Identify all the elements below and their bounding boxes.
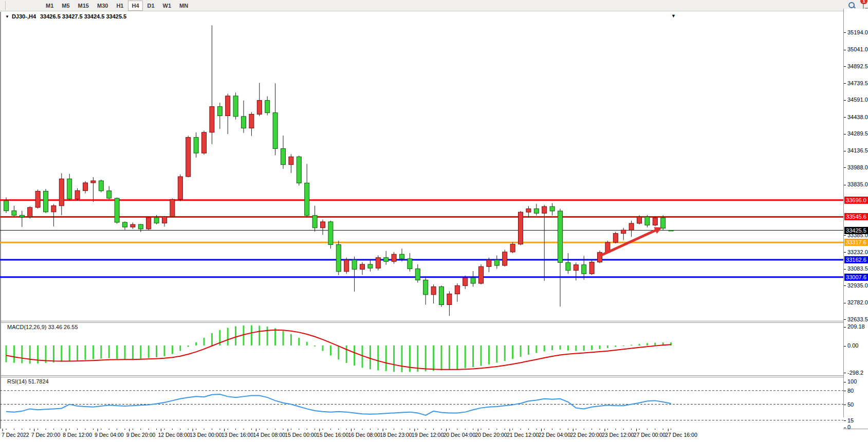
candle-body <box>312 216 317 228</box>
macd-histogram-bar <box>69 345 70 361</box>
timeframe-button-d1[interactable]: D1 <box>144 1 158 11</box>
timeframe-button-h4[interactable]: H4 <box>128 1 142 11</box>
candle-body <box>51 206 56 212</box>
timeframe-button-m30[interactable]: M30 <box>94 1 112 11</box>
candle <box>20 211 24 227</box>
candle-body <box>35 191 40 207</box>
candle <box>629 221 634 237</box>
macd-histogram-bar <box>13 345 15 363</box>
toolbar-separator <box>5 1 6 10</box>
candle <box>384 251 389 265</box>
timeframe-button-h1[interactable]: H1 <box>113 1 127 11</box>
pane-divider[interactable] <box>0 375 868 376</box>
candle <box>138 224 143 232</box>
macd-histogram-bar <box>235 326 236 345</box>
candle <box>534 204 539 216</box>
candle-body <box>20 215 24 217</box>
chart-shift-marker-icon[interactable]: ▼ <box>671 13 676 18</box>
candle <box>146 217 151 230</box>
price-badge: 33007.6 <box>844 274 868 281</box>
candle <box>479 264 484 284</box>
timeframe-button-m1[interactable]: M1 <box>42 1 57 11</box>
candle-body <box>321 222 325 228</box>
price-pane[interactable] <box>0 21 843 321</box>
candle-body <box>558 211 563 262</box>
time-label: 27 Dec 00:00 <box>634 432 666 438</box>
chevron-down-icon[interactable]: ▼ <box>5 14 9 19</box>
time-axis[interactable]: 7 Dec 20227 Dec 20:008 Dec 12:009 Dec 04… <box>0 429 843 442</box>
candle-body <box>4 201 9 211</box>
candle <box>265 97 270 116</box>
candle-body <box>107 191 112 198</box>
price-tick: 33988.0 <box>844 164 868 170</box>
candle <box>566 253 570 274</box>
candle <box>408 253 412 272</box>
candle <box>344 258 349 274</box>
macd-histogram-bar <box>560 345 561 350</box>
macd-histogram-bar <box>251 325 252 345</box>
candle-body <box>360 264 365 270</box>
candle-body <box>479 266 484 283</box>
candle-body <box>59 179 64 205</box>
price-badge: 33162.6 <box>844 256 868 263</box>
candle <box>392 252 396 264</box>
candle <box>107 186 112 200</box>
candle <box>51 204 56 226</box>
candle-body <box>281 148 286 164</box>
candle-body <box>28 207 32 217</box>
chart-ohlc-values: 33426.5 33427.5 33424.5 33425.5 <box>40 13 126 20</box>
candle-body <box>439 287 444 305</box>
candle-body <box>645 217 650 225</box>
time-label: 9 Dec 04:00 <box>95 432 124 438</box>
macd-pane[interactable] <box>0 322 843 375</box>
time-label: 22 Dec 20:00 <box>570 432 602 438</box>
timeframe-button-w1[interactable]: W1 <box>159 1 175 11</box>
candle-body <box>368 264 373 268</box>
rsi-pane[interactable] <box>0 377 843 429</box>
macd-histogram-bar <box>441 345 442 370</box>
macd-histogram-bar <box>29 345 31 363</box>
candle-body <box>249 114 254 128</box>
timeframe-button-m15[interactable]: M15 <box>75 1 93 11</box>
candle <box>44 189 48 213</box>
candle-body <box>669 230 673 231</box>
macd-histogram-bar <box>338 345 339 359</box>
pane-divider[interactable] <box>0 321 868 321</box>
macd-histogram-bar <box>346 345 347 363</box>
candle <box>598 251 602 263</box>
candle <box>99 180 103 193</box>
candle-body <box>423 280 428 294</box>
candle <box>415 264 420 283</box>
candle <box>242 101 246 133</box>
macd-histogram-bar <box>481 345 482 366</box>
candle <box>423 277 428 305</box>
price-scale[interactable]: 35194.035041.034892.534739.534591.034438… <box>843 9 868 417</box>
candle-body <box>487 260 491 266</box>
candle-body <box>629 223 634 230</box>
price-tick: 33835.0 <box>844 181 868 187</box>
macd-histogram-bar <box>456 345 458 369</box>
pane-divider[interactable] <box>0 322 868 323</box>
candle-body <box>273 113 278 149</box>
time-label: 7 Dec 2022 <box>2 432 29 438</box>
rsi-tick: 80 <box>844 388 854 394</box>
timeframe-button-mn[interactable]: MN <box>176 1 192 11</box>
candle-body <box>194 138 198 153</box>
macd-histogram-bar <box>330 345 331 355</box>
candle <box>487 258 491 272</box>
search-icon[interactable] <box>848 2 856 9</box>
candle-body <box>519 212 523 244</box>
candle <box>305 164 309 218</box>
macd-histogram-bar <box>132 345 134 359</box>
macd-histogram-bar <box>385 345 387 371</box>
macd-histogram-bar <box>654 343 656 345</box>
chart-shift-button[interactable]: ↤ <box>4 0 41 1</box>
macd-histogram-bar <box>274 328 276 345</box>
pane-divider[interactable] <box>0 377 868 377</box>
candle-body <box>455 285 459 294</box>
chart-title: ▼ DJ30-,H4 33426.5 33427.5 33424.5 33425… <box>1 12 126 21</box>
timeframe-button-m5[interactable]: M5 <box>58 1 73 11</box>
candle <box>431 284 436 303</box>
macd-histogram-bar <box>623 345 624 346</box>
candle <box>439 285 444 306</box>
